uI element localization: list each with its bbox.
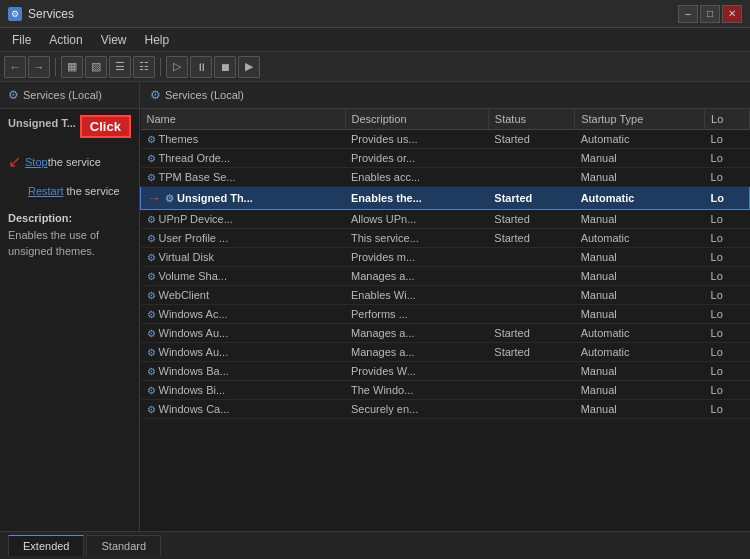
cell-status — [488, 149, 574, 168]
tab-extended[interactable]: Extended — [8, 535, 84, 556]
table-row[interactable]: ⚙Windows Ac...Performs ...ManualLo — [141, 305, 750, 324]
cell-startup-type: Manual — [575, 168, 705, 187]
status-bar: Extended Standard — [0, 531, 750, 559]
sidebar: ⚙ Services (Local) Unsigned T... Click ↙… — [0, 82, 140, 531]
tab-standard[interactable]: Standard — [86, 535, 161, 556]
cell-name: →⚙Unsigned Th... — [141, 187, 346, 210]
stop-restart-section: ↙ Stop the service Restart the service — [8, 148, 131, 202]
sidebar-header-label: Services (Local) — [23, 89, 102, 101]
service-row-icon: ⚙ — [147, 271, 156, 282]
table-row[interactable]: ⚙Windows Bi...The Windo...ManualLo — [141, 381, 750, 400]
cell-description: Enables acc... — [345, 168, 488, 187]
cell-description: Enables Wi... — [345, 286, 488, 305]
cell-logon: Lo — [705, 168, 750, 187]
cell-name: ⚙Themes — [141, 130, 346, 149]
cell-name: ⚙Windows Ac... — [141, 305, 346, 324]
service-name-cell: WebClient — [159, 289, 210, 301]
service-name-cell: Windows Au... — [159, 346, 229, 358]
content-header-label: Services (Local) — [165, 89, 244, 101]
description-text: Enables the use of unsigned themes. — [8, 228, 131, 259]
table-row[interactable]: ⚙User Profile ...This service...StartedA… — [141, 229, 750, 248]
service-row-icon: ⚙ — [165, 193, 174, 204]
service-name-cell: Unsigned Th... — [177, 192, 253, 204]
menu-file[interactable]: File — [4, 31, 39, 49]
toolbar-btn-3[interactable]: ☰ — [109, 56, 131, 78]
title-bar: ⚙ Services – □ ✕ — [0, 0, 750, 28]
cell-status — [488, 305, 574, 324]
menu-help[interactable]: Help — [137, 31, 178, 49]
menu-view[interactable]: View — [93, 31, 135, 49]
table-row[interactable]: ⚙Windows Au...Manages a...StartedAutomat… — [141, 324, 750, 343]
cell-status: Started — [488, 324, 574, 343]
service-row-icon: ⚙ — [147, 328, 156, 339]
cell-startup-type: Manual — [575, 248, 705, 267]
restart-link[interactable]: Restart — [28, 185, 63, 197]
service-row-icon: ⚙ — [147, 347, 156, 358]
stop-button[interactable]: ⏹ — [214, 56, 236, 78]
service-row-icon: ⚙ — [147, 153, 156, 164]
minimize-button[interactable]: – — [678, 5, 698, 23]
cell-description: Provides or... — [345, 149, 488, 168]
cell-description: This service... — [345, 229, 488, 248]
table-row[interactable]: ⚙Windows Ca...Securely en...ManualLo — [141, 400, 750, 419]
table-row[interactable]: ⚙Windows Au...Manages a...StartedAutomat… — [141, 343, 750, 362]
services-table-container[interactable]: Name Description Status Startup Type Lo … — [140, 109, 750, 531]
cell-logon: Lo — [705, 267, 750, 286]
cell-description: Manages a... — [345, 343, 488, 362]
window-title: Services — [28, 7, 74, 21]
close-button[interactable]: ✕ — [722, 5, 742, 23]
cell-name: ⚙Windows Au... — [141, 343, 346, 362]
pause-button[interactable]: ⏸ — [190, 56, 212, 78]
cell-status — [488, 267, 574, 286]
stop-link[interactable]: Stop — [25, 153, 48, 173]
restart-button[interactable]: ▶ — [238, 56, 260, 78]
table-row[interactable]: ⚙WebClientEnables Wi...ManualLo — [141, 286, 750, 305]
col-name[interactable]: Name — [141, 109, 346, 130]
col-logon[interactable]: Lo — [705, 109, 750, 130]
back-button[interactable]: ← — [4, 56, 26, 78]
col-startup-type[interactable]: Startup Type — [575, 109, 705, 130]
cell-status — [488, 168, 574, 187]
service-name-cell: Thread Orde... — [159, 152, 231, 164]
service-row-icon: ⚙ — [147, 366, 156, 377]
cell-logon: Lo — [705, 324, 750, 343]
cell-startup-type: Manual — [575, 286, 705, 305]
service-name-cell: Windows Bi... — [159, 384, 226, 396]
services-table: Name Description Status Startup Type Lo … — [140, 109, 750, 419]
play-button[interactable]: ▷ — [166, 56, 188, 78]
table-row[interactable]: →⚙Unsigned Th...Enables the...StartedAut… — [141, 187, 750, 210]
menu-action[interactable]: Action — [41, 31, 90, 49]
forward-button[interactable]: → — [28, 56, 50, 78]
click-badge[interactable]: Click — [80, 115, 131, 138]
menu-bar: File Action View Help — [0, 28, 750, 52]
table-row[interactable]: ⚙TPM Base Se...Enables acc...ManualLo — [141, 168, 750, 187]
arrow-icon: ↙ — [8, 148, 21, 177]
cell-startup-type: Manual — [575, 362, 705, 381]
table-row[interactable]: ⚙Virtual DiskProvides m...ManualLo — [141, 248, 750, 267]
sidebar-header-icon: ⚙ — [8, 88, 19, 102]
table-row[interactable]: ⚙Windows Ba...Provides W...ManualLo — [141, 362, 750, 381]
toolbar-btn-4[interactable]: ☷ — [133, 56, 155, 78]
description-title: Description: — [8, 212, 131, 224]
cell-status: Started — [488, 130, 574, 149]
service-row-icon: ⚙ — [147, 309, 156, 320]
table-row[interactable]: ⚙Volume Sha...Manages a...ManualLo — [141, 267, 750, 286]
window-controls[interactable]: – □ ✕ — [678, 5, 742, 23]
sidebar-header: ⚙ Services (Local) — [0, 82, 139, 109]
toolbar-btn-1[interactable]: ▦ — [61, 56, 83, 78]
col-description[interactable]: Description — [345, 109, 488, 130]
toolbar-btn-2[interactable]: ▧ — [85, 56, 107, 78]
cell-logon: Lo — [705, 343, 750, 362]
table-row[interactable]: ⚙UPnP Device...Allows UPn...StartedManua… — [141, 210, 750, 229]
cell-status — [488, 381, 574, 400]
table-row[interactable]: ⚙ThemesProvides us...StartedAutomaticLo — [141, 130, 750, 149]
table-row[interactable]: ⚙Thread Orde...Provides or...ManualLo — [141, 149, 750, 168]
toolbar-separator — [55, 58, 56, 76]
service-name-cell: Themes — [159, 133, 199, 145]
col-status[interactable]: Status — [488, 109, 574, 130]
cell-logon: Lo — [705, 149, 750, 168]
maximize-button[interactable]: □ — [700, 5, 720, 23]
cell-startup-type: Automatic — [575, 229, 705, 248]
service-name-cell: UPnP Device... — [159, 213, 233, 225]
table-header-row: Name Description Status Startup Type Lo — [141, 109, 750, 130]
